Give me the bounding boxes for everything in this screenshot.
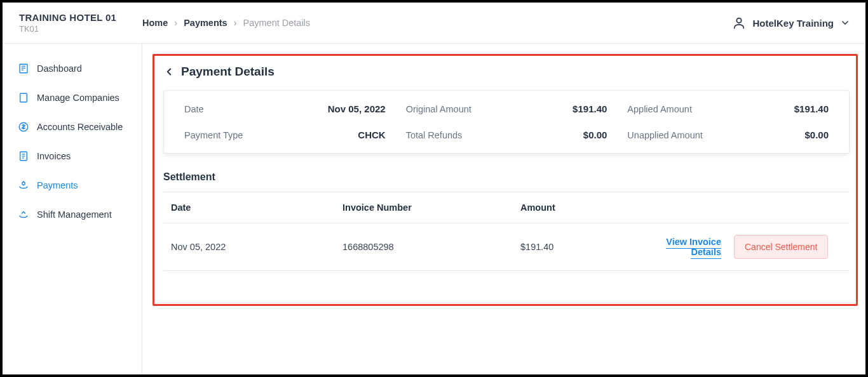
row-amount: $191.40 bbox=[520, 242, 641, 252]
svg-rect-5 bbox=[20, 93, 27, 102]
page-title: Payment Details bbox=[181, 65, 275, 79]
sidebar-item-payments[interactable]: Payments bbox=[3, 171, 142, 200]
chevron-right-icon: › bbox=[234, 18, 237, 28]
payment-summary-card: Date Nov 05, 2022 Original Amount $191.4… bbox=[163, 90, 850, 154]
sidebar-item-label: Accounts Receivable bbox=[37, 122, 123, 132]
summary-value: $191.40 bbox=[573, 103, 607, 114]
settlement-table-header: Date Invoice Number Amount bbox=[163, 192, 850, 223]
summary-value: CHCK bbox=[358, 129, 385, 140]
cancel-settlement-button[interactable]: Cancel Settlement bbox=[734, 235, 828, 259]
summary-value: Nov 05, 2022 bbox=[328, 103, 386, 114]
summary-label: Original Amount bbox=[406, 104, 471, 114]
payments-icon bbox=[18, 180, 29, 191]
summary-label: Unapplied Amount bbox=[627, 130, 703, 140]
summary-total-refunds: Total Refunds $0.00 bbox=[396, 122, 618, 148]
breadcrumb-payments[interactable]: Payments bbox=[184, 18, 227, 28]
summary-original-amount: Original Amount $191.40 bbox=[396, 96, 618, 122]
summary-unapplied-amount: Unapplied Amount $0.00 bbox=[617, 122, 839, 148]
summary-label: Total Refunds bbox=[406, 130, 463, 140]
breadcrumb: Home › Payments › Payment Details bbox=[142, 18, 310, 28]
sidebar: Dashboard Manage Companies Accounts Rece… bbox=[3, 44, 142, 374]
settlement-title: Settlement bbox=[163, 171, 850, 183]
sidebar-item-dashboard[interactable]: Dashboard bbox=[3, 54, 142, 83]
hotel-block: TRAINING HOTEL 01 TK01 bbox=[14, 12, 142, 34]
summary-label: Date bbox=[184, 104, 204, 114]
highlight-box: Payment Details Date Nov 05, 2022 Origin… bbox=[153, 54, 858, 306]
sidebar-item-shift-management[interactable]: Shift Management bbox=[3, 200, 142, 229]
hotel-code: TK01 bbox=[19, 24, 142, 34]
shift-icon bbox=[18, 209, 29, 220]
sidebar-item-label: Invoices bbox=[37, 151, 71, 161]
dashboard-icon bbox=[18, 63, 29, 74]
chevron-right-icon: › bbox=[174, 18, 177, 28]
content-area: Payment Details Date Nov 05, 2022 Origin… bbox=[142, 44, 865, 374]
top-bar: TRAINING HOTEL 01 TK01 Home › Payments ›… bbox=[3, 3, 865, 43]
summary-value: $0.00 bbox=[804, 129, 829, 140]
summary-applied-amount: Applied Amount $191.40 bbox=[617, 96, 839, 122]
dollar-icon bbox=[18, 121, 29, 133]
header-date: Date bbox=[171, 202, 342, 213]
sidebar-item-accounts-receivable[interactable]: Accounts Receivable bbox=[3, 112, 142, 142]
settlement-row: Nov 05, 2022 1668805298 $191.40 View Inv… bbox=[163, 223, 850, 271]
user-icon bbox=[732, 16, 746, 30]
sidebar-item-label: Payments bbox=[37, 180, 78, 190]
header-invoice: Invoice Number bbox=[342, 202, 520, 213]
breadcrumb-current: Payment Details bbox=[243, 18, 311, 28]
sidebar-item-manage-companies[interactable]: Manage Companies bbox=[3, 83, 142, 112]
user-name: HotelKey Training bbox=[752, 18, 834, 29]
breadcrumb-home[interactable]: Home bbox=[142, 18, 168, 28]
svg-rect-1 bbox=[20, 64, 27, 73]
summary-label: Applied Amount bbox=[627, 104, 692, 114]
summary-value: $0.00 bbox=[583, 129, 607, 140]
sidebar-item-invoices[interactable]: Invoices bbox=[3, 142, 142, 171]
view-invoice-details-link[interactable]: View Invoice Details bbox=[666, 237, 721, 259]
chevron-down-icon bbox=[840, 18, 850, 28]
summary-date: Date Nov 05, 2022 bbox=[174, 96, 396, 122]
sidebar-item-label: Manage Companies bbox=[37, 93, 119, 103]
summary-payment-type: Payment Type CHCK bbox=[174, 122, 396, 148]
svg-point-0 bbox=[737, 18, 742, 23]
svg-point-15 bbox=[22, 182, 25, 185]
hotel-name: TRAINING HOTEL 01 bbox=[19, 12, 142, 23]
header-amount: Amount bbox=[520, 202, 641, 213]
row-date: Nov 05, 2022 bbox=[171, 242, 342, 252]
summary-value: $191.40 bbox=[794, 103, 829, 114]
building-icon bbox=[18, 92, 29, 103]
invoice-icon bbox=[18, 150, 29, 162]
chevron-left-icon[interactable] bbox=[163, 66, 175, 77]
user-menu[interactable]: HotelKey Training bbox=[732, 16, 850, 30]
row-invoice: 1668805298 bbox=[342, 242, 520, 252]
sidebar-item-label: Dashboard bbox=[37, 63, 82, 74]
summary-label: Payment Type bbox=[184, 130, 243, 140]
sidebar-item-label: Shift Management bbox=[37, 209, 112, 220]
page-title-row: Payment Details bbox=[163, 65, 850, 79]
